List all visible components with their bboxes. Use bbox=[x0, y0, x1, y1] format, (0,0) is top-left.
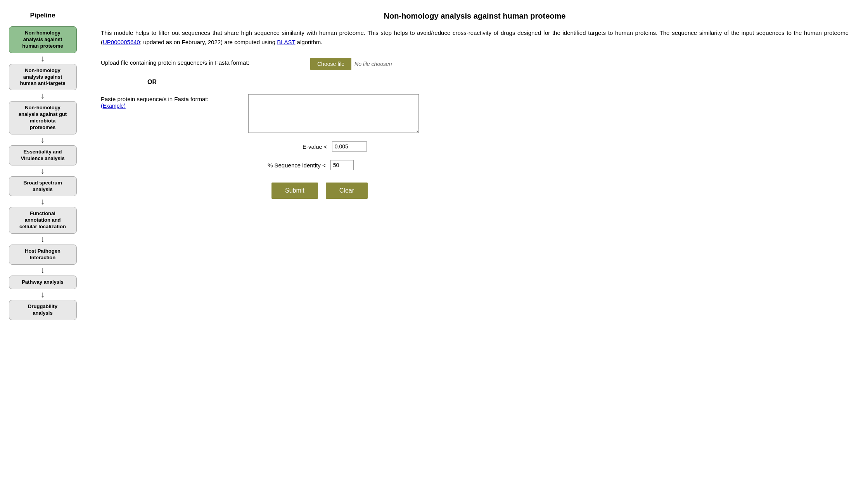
pipeline-arrow-0: ↓ bbox=[9, 54, 77, 63]
pipeline-arrow-5: ↓ bbox=[9, 235, 77, 243]
description: This module helps to filter out sequence… bbox=[101, 28, 849, 47]
pipeline-item-non-homology-gut[interactable]: Non-homology analysis against gut microb… bbox=[9, 101, 77, 134]
choose-file-button[interactable]: Choose file bbox=[310, 58, 351, 70]
sidebar-title: Pipeline bbox=[30, 12, 55, 19]
pipeline-item-pathway[interactable]: Pathway analysis bbox=[9, 276, 77, 289]
pipeline-list: Non-homology analysis against human prot… bbox=[9, 26, 77, 320]
pipeline-arrow-1: ↓ bbox=[9, 91, 77, 100]
pipeline-item-broad-spectrum[interactable]: Broad spectrum analysis bbox=[9, 176, 77, 196]
pipeline-arrow-7: ↓ bbox=[9, 290, 77, 299]
clear-button[interactable]: Clear bbox=[326, 183, 368, 199]
pipeline-arrow-6: ↓ bbox=[9, 266, 77, 274]
pipeline-arrow-2: ↓ bbox=[9, 136, 77, 144]
upload-row: Upload file containing protein sequence/… bbox=[101, 58, 849, 70]
seqid-label: % Sequence identity < bbox=[268, 162, 326, 169]
desc-text-between: ; updated as on February, 2022) are comp… bbox=[140, 39, 277, 45]
evalue-row: E-value < bbox=[303, 141, 849, 152]
main-content: Non-homology analysis against human prot… bbox=[85, 0, 868, 503]
pipeline-item-host-pathogen[interactable]: Host Pathogen Interaction bbox=[9, 245, 77, 265]
evalue-input[interactable] bbox=[332, 141, 367, 152]
no-file-text: No file choosen bbox=[354, 61, 392, 67]
paste-row: Paste protein sequence/s in Fasta format… bbox=[101, 94, 849, 133]
pipeline-item-essentiality[interactable]: Essentiality and Virulence analysis bbox=[9, 145, 77, 165]
seqid-input[interactable] bbox=[330, 160, 354, 170]
page-title: Non-homology analysis against human prot… bbox=[101, 12, 849, 21]
pipeline-arrow-3: ↓ bbox=[9, 167, 77, 175]
pipeline-item-functional-annotation[interactable]: Functional annotation and cellular local… bbox=[9, 207, 77, 234]
form-section: Upload file containing protein sequence/… bbox=[101, 58, 849, 199]
paste-label: Paste protein sequence/s in Fasta format… bbox=[101, 96, 240, 102]
evalue-label: E-value < bbox=[303, 143, 327, 150]
pipeline-arrow-4: ↓ bbox=[9, 197, 77, 206]
upload-label: Upload file containing protein sequence/… bbox=[101, 58, 303, 66]
pipeline-item-druggability[interactable]: Druggability analysis bbox=[9, 300, 77, 320]
file-upload-row: Choose file No file choosen bbox=[310, 58, 392, 70]
sequence-textarea[interactable] bbox=[248, 94, 419, 133]
paste-label-block: Paste protein sequence/s in Fasta format… bbox=[101, 94, 240, 109]
up-link[interactable]: UP000005640 bbox=[103, 39, 140, 45]
sidebar: Pipeline Non-homology analysis against h… bbox=[0, 0, 85, 503]
submit-button[interactable]: Submit bbox=[271, 183, 318, 199]
or-divider: OR bbox=[147, 79, 849, 86]
pipeline-item-non-homology-human[interactable]: Non-homology analysis against human prot… bbox=[9, 26, 77, 53]
seqid-row: % Sequence identity < bbox=[268, 160, 849, 170]
example-link[interactable]: (Example) bbox=[101, 103, 126, 109]
buttons-row: Submit Clear bbox=[271, 183, 849, 199]
blast-link[interactable]: BLAST bbox=[277, 39, 295, 45]
desc-text-after: algorithm. bbox=[295, 39, 322, 45]
pipeline-item-non-homology-anti[interactable]: Non-homology analysis against human anti… bbox=[9, 64, 77, 91]
